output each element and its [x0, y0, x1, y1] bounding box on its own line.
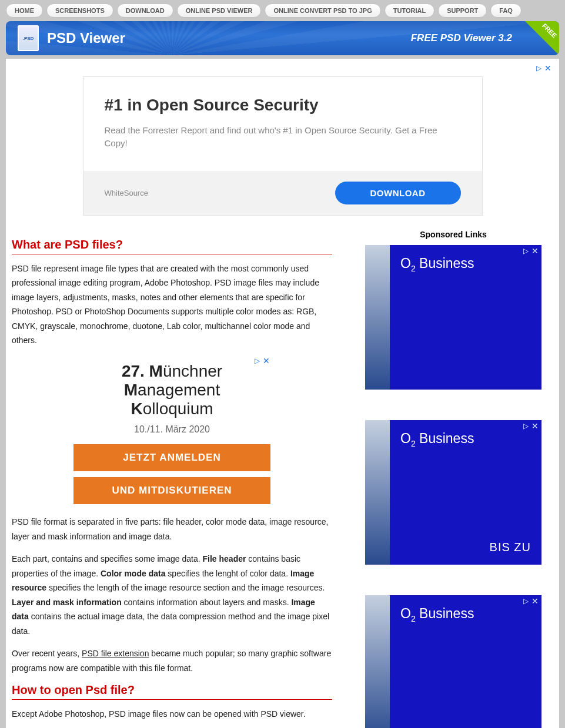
ad-extra: BIS ZU: [400, 541, 531, 554]
banner-tagline: FREE PSD Viewer 3.2: [411, 32, 547, 44]
nav-convert-psd-to-jpg[interactable]: ONLINE CONVERT PSD TO JPG: [265, 4, 380, 18]
nav-home[interactable]: HOME: [6, 4, 43, 18]
adchoices-icon[interactable]: ▷: [255, 357, 260, 365]
paragraph: PSD file represent image file types that…: [12, 261, 332, 348]
top-advertisement: ▷ ✕ #1 in Open Source Security Read the …: [6, 59, 559, 222]
close-ad-icon[interactable]: ✕: [531, 596, 539, 606]
nav-tutorial[interactable]: TUTORIAL: [385, 4, 434, 18]
inline-ad-date: 10./11. März 2020: [73, 424, 270, 435]
paragraph: Except Adobe Photoshop, PSD image files …: [12, 707, 332, 722]
ad-brand: O2 Business: [400, 431, 531, 448]
site-banner: .PSD PSD Viewer FREE PSD Viewer 3.2 FREE: [6, 21, 559, 55]
adchoices-icon[interactable]: ▷: [523, 422, 529, 430]
heading-how-to-open: How to open Psd file?: [12, 683, 332, 700]
paragraph: Over recent years, PSD file extension be…: [12, 646, 332, 675]
close-ad-icon[interactable]: ✕: [263, 356, 270, 365]
close-ad-icon[interactable]: ✕: [531, 246, 539, 256]
ad-brand: O2 Business: [400, 256, 531, 273]
ad-body: Read the Forrester Report and find out w…: [105, 124, 461, 150]
ad-image-strip: [365, 595, 390, 729]
adchoices-icon[interactable]: ▷: [536, 64, 542, 72]
nav-faq[interactable]: FAQ: [490, 4, 521, 18]
psd-file-extension-link[interactable]: PSD file extension: [82, 649, 149, 658]
ad-sponsor: WhiteSource: [105, 189, 148, 197]
sidebar-ad[interactable]: ▷✕ O2 Business: [365, 245, 541, 390]
inline-advertisement: ▷ ✕ 27. MMünchnerünchner Management Koll…: [73, 356, 270, 505]
paragraph: Each part, contains and specifies some i…: [12, 552, 332, 638]
ad-image-strip: [365, 420, 390, 565]
site-title: PSD Viewer: [47, 30, 125, 46]
logo-icon: .PSD: [18, 25, 39, 51]
inline-ad-button-2[interactable]: UND MITDISKUTIEREN: [73, 477, 270, 504]
top-nav: HOME SCREENSHOTS DOWNLOAD ONLINE PSD VIE…: [0, 0, 565, 21]
nav-download[interactable]: DOWNLOAD: [117, 4, 173, 18]
sidebar: Sponsored Links ▷✕ O2 Business ▷✕ O2 Bus…: [365, 230, 541, 729]
sponsored-links-title: Sponsored Links: [365, 230, 541, 239]
adchoices-icon[interactable]: ▷: [523, 597, 529, 605]
ad-download-button[interactable]: DOWNLOAD: [335, 182, 461, 204]
article-main: What are PSD files? PSD file represent i…: [12, 230, 332, 729]
ad-headline: #1 in Open Source Security: [105, 96, 461, 115]
nav-support[interactable]: SUPPORT: [438, 4, 487, 18]
adchoices-icon[interactable]: ▷: [523, 247, 529, 255]
close-ad-icon[interactable]: ✕: [531, 421, 539, 431]
paragraph: PSD file format is separated in five par…: [12, 515, 332, 544]
sidebar-ad[interactable]: ▷✕ O2 Business BIS ZU: [365, 420, 541, 565]
nav-online-psd-viewer[interactable]: ONLINE PSD VIEWER: [177, 4, 262, 18]
nav-screenshots[interactable]: SCREENSHOTS: [46, 4, 113, 18]
ad-brand: O2 Business: [400, 606, 531, 623]
inline-ad-title: 27. MMünchnerünchner Management Kolloqui…: [73, 362, 270, 419]
ad-image-strip: [365, 245, 390, 390]
sidebar-ad[interactable]: ▷✕ O2 Business: [365, 595, 541, 729]
close-ad-icon[interactable]: ✕: [544, 63, 552, 73]
inline-ad-button-1[interactable]: JETZT ANMELDEN: [73, 444, 270, 471]
heading-what-are-psd: What are PSD files?: [12, 238, 332, 254]
